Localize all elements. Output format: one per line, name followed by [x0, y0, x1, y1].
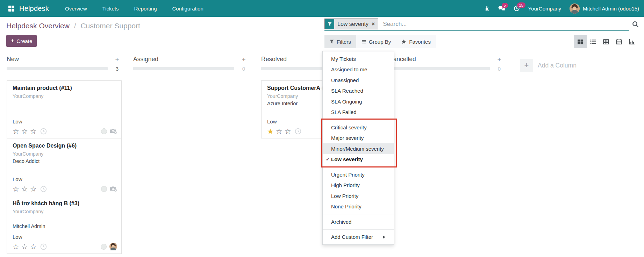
navbar-left: Helpdesk Overview Tickets Reporting Conf…: [0, 5, 203, 13]
card-title[interactable]: Hỗ trợ khách hàng B (#3): [13, 200, 117, 209]
card-company: YourCompany: [13, 151, 117, 158]
menu-divider: [323, 120, 394, 120]
filter-none-priority[interactable]: None Priority: [323, 201, 394, 212]
group-by-icon: [362, 40, 366, 44]
activity-clock-icon[interactable]: [40, 128, 47, 135]
kanban-column-new: New + 3 Maintain product (#11) YourCompa…: [7, 55, 122, 254]
filter-archived[interactable]: Archived: [323, 216, 394, 227]
quick-add-icon[interactable]: +: [113, 56, 122, 63]
user-menu[interactable]: Mitchell Admin (odoo15): [570, 3, 639, 14]
messages-badge: 5: [502, 3, 508, 8]
priority-stars[interactable]: [13, 185, 38, 193]
assignee-avatar[interactable]: [110, 128, 117, 134]
filter-sla-ongoing[interactable]: SLA Ongoing: [323, 96, 394, 107]
activity-clock-icon[interactable]: [295, 128, 301, 135]
user-name: Mitchell Admin (odoo15): [583, 6, 639, 12]
filter-sla-reached[interactable]: SLA Reached: [323, 86, 394, 97]
card-title[interactable]: Maintain product (#11): [13, 85, 117, 93]
app-title[interactable]: Helpdesk: [19, 5, 49, 13]
view-list-icon[interactable]: [587, 35, 600, 48]
create-button-label: Create: [16, 38, 32, 44]
filter-my-tickets[interactable]: My Tickets: [323, 53, 394, 64]
top-navbar: Helpdesk Overview Tickets Reporting Conf…: [0, 0, 644, 17]
filter-high-priority[interactable]: High Priority: [323, 180, 394, 191]
activity-clock-icon[interactable]: [40, 243, 47, 250]
column-title: Resolved: [261, 56, 287, 63]
filters-dropdown: My Tickets Assigned to me Unassigned SLA…: [322, 51, 394, 245]
add-custom-filter[interactable]: Add Custom Filter: [323, 232, 394, 243]
search-icon[interactable]: [632, 21, 639, 28]
kanban-card[interactable]: Open Space Design (#6) YourCompany Deco …: [7, 138, 122, 196]
filter-minor-medium-severity[interactable]: Minor/Medium severity: [323, 143, 394, 154]
priority-stars[interactable]: [267, 128, 293, 135]
group-by-button[interactable]: Group By: [356, 35, 396, 48]
menu-item-label: Major severity: [331, 135, 364, 141]
column-title: Assigned: [133, 56, 158, 63]
messages-icon[interactable]: 5: [498, 6, 505, 12]
filter-urgent-priority[interactable]: Urgent Priority: [323, 169, 394, 180]
plus-icon: +: [11, 38, 14, 44]
search-facet-low-severity[interactable]: Low severity ×: [324, 19, 378, 29]
view-switcher: [574, 35, 638, 48]
filter-unassigned[interactable]: Unassigned: [323, 75, 394, 86]
activities-badge: 15: [517, 2, 525, 8]
menu-item-label: Minor/Medium severity: [331, 146, 384, 152]
submenu-caret-icon: [383, 236, 385, 238]
breadcrumb-parent-link[interactable]: Helpdesk Overview: [6, 22, 70, 30]
kanban-state-icon[interactable]: [101, 244, 107, 250]
kanban-card[interactable]: Maintain product (#11) YourCompany Low: [7, 80, 122, 138]
filter-assigned-to-me[interactable]: Assigned to me: [323, 64, 394, 75]
column-progressbar[interactable]: [7, 67, 108, 70]
card-company: YourCompany: [13, 93, 117, 101]
filters-button[interactable]: Filters: [324, 35, 356, 48]
filter-sla-failed[interactable]: SLA Failed: [323, 107, 394, 118]
create-button[interactable]: + Create: [6, 35, 37, 47]
card-title[interactable]: Open Space Design (#6): [13, 143, 117, 151]
menu-item-label: Low severity: [331, 156, 363, 162]
assignee-avatar[interactable]: [109, 243, 117, 250]
card-partner: [13, 216, 117, 223]
kanban-state-icon[interactable]: [101, 186, 107, 192]
card-assignee: Mitchell Admin: [13, 223, 117, 231]
filters-button-label: Filters: [337, 39, 351, 45]
filter-low-priority[interactable]: Low Priority: [323, 191, 394, 201]
add-column-button[interactable]: +: [520, 59, 533, 72]
filter-critical-severity[interactable]: Critical severity: [323, 122, 394, 133]
menu-configuration[interactable]: Configuration: [172, 6, 203, 12]
kanban-state-icon[interactable]: [101, 128, 107, 134]
quick-add-icon[interactable]: +: [239, 56, 248, 63]
column-progressbar[interactable]: [389, 67, 490, 70]
priority-stars[interactable]: [13, 243, 38, 250]
menu-tickets[interactable]: Tickets: [102, 6, 119, 12]
assignee-avatar[interactable]: [110, 186, 117, 192]
favorites-button-label: Favorites: [409, 39, 431, 45]
priority-stars[interactable]: [13, 128, 38, 135]
activity-clock-icon[interactable]: [40, 186, 47, 192]
search-input[interactable]: [381, 21, 629, 28]
kanban-card[interactable]: Hỗ trợ khách hàng B (#3) YourCompany Mit…: [7, 196, 122, 254]
menu-reporting[interactable]: Reporting: [134, 6, 157, 12]
view-pivot-icon[interactable]: [600, 35, 613, 48]
add-column-label[interactable]: Add a Column: [538, 59, 577, 72]
favorites-button[interactable]: Favorites: [396, 35, 436, 48]
bug-icon[interactable]: [484, 6, 490, 12]
quick-add-icon[interactable]: +: [495, 56, 504, 63]
apps-menu-icon[interactable]: [8, 6, 14, 12]
card-assignee: [13, 166, 117, 173]
card-partner: Deco Addict: [13, 158, 117, 166]
remove-facet-icon[interactable]: ×: [372, 19, 378, 29]
activities-icon[interactable]: 15: [514, 5, 520, 12]
view-kanban-icon[interactable]: [574, 35, 587, 48]
column-progressbar[interactable]: [133, 67, 234, 70]
menu-overview[interactable]: Overview: [65, 6, 87, 12]
view-graph-icon[interactable]: [625, 35, 638, 48]
breadcrumb-current: Customer Support: [80, 22, 140, 30]
filter-low-severity[interactable]: Low severity: [323, 154, 394, 165]
card-partner: [13, 101, 117, 108]
filter-major-severity[interactable]: Major severity: [323, 133, 394, 144]
favorites-icon: [401, 39, 406, 44]
company-switcher[interactable]: YourCompany: [528, 6, 561, 12]
view-calendar-icon[interactable]: [613, 35, 625, 48]
card-company: YourCompany: [13, 209, 117, 216]
facet-label: Low severity: [334, 19, 372, 29]
